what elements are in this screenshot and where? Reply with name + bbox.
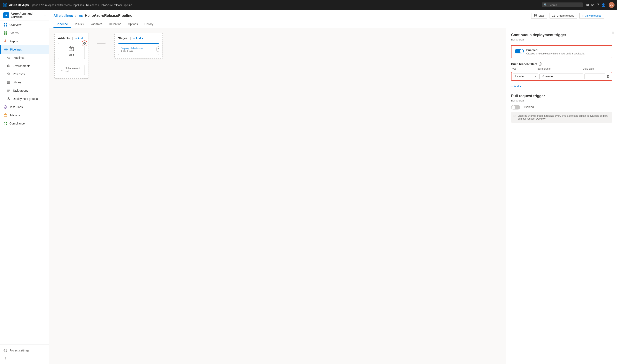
stages-add-chevron-icon: ▾ [142,37,143,40]
sidebar-item-boards[interactable]: Boards [0,29,49,37]
artifacts-label: Artifacts [10,114,20,117]
info-circle-icon: ⓘ [514,114,516,118]
breadcrumb-pipeline-name[interactable]: HelloAzureReleasePipeline [100,3,132,7]
delete-filter-button[interactable]: 🗑 [607,75,610,78]
branch-column-header: Build branch [537,67,581,71]
search-box[interactable]: 🔍 [542,2,583,7]
connector-line [97,43,105,44]
compliance-icon [3,121,7,126]
sidebar-org: A Azure Apps and Services + [0,10,49,21]
pr-trigger-toggle[interactable] [511,105,520,109]
info-icon[interactable]: i [539,63,542,66]
sidebar-item-testplans[interactable]: Test Plans [0,103,49,111]
page-header: All pipelines › HelloAzureReleasePipelin… [49,10,617,28]
pr-info-box: ⓘ Enabling this will create a release ev… [511,112,612,123]
sidebar-item-compliance[interactable]: Compliance [0,119,49,128]
sidebar-item-library[interactable]: Library [0,78,49,87]
pipeline-content: Artifacts | + Add [54,33,501,79]
testplans-label: Test Plans [10,105,23,109]
artifacts-icon [3,113,7,117]
breadcrumb-jasca[interactable]: jasca [32,3,38,7]
type-chevron-icon: ▾ [535,75,536,78]
tags-input[interactable] [585,74,605,79]
tab-options[interactable]: Options [125,21,141,28]
tasks-chevron-icon: ▾ [82,22,84,26]
svg-rect-0 [4,23,5,25]
tab-history[interactable]: History [141,21,157,28]
enabled-desc: Creates a release every time a new build… [526,52,585,55]
create-release-button[interactable]: ⎇ Create release [549,13,577,19]
sidebar-item-project-settings[interactable]: Project settings [0,346,49,354]
sidebar-item-deployment-groups[interactable]: Deployment groups [0,95,49,103]
sidebar-item-taskgroups[interactable]: Task groups [0,87,49,95]
continuous-deployment-trigger-button[interactable] [82,40,87,46]
branch-value-input[interactable] [545,75,581,78]
sidebar-item-pipelines-sub[interactable]: Pipelines [0,54,49,62]
pipeline-icon [79,14,83,18]
help-icon[interactable]: ? [597,3,599,7]
sidebar-item-pipelines[interactable]: Pipelines [0,45,49,54]
schedule-card[interactable]: Schedule not set [58,65,85,75]
tab-variables[interactable]: Variables [87,21,106,28]
more-options-button[interactable]: ··· [606,13,613,19]
all-pipelines-link[interactable]: All pipelines [54,14,73,18]
continuous-deployment-panel: ✕ Continuous deployment trigger Build: d… [506,28,617,364]
breadcrumb-pipelines[interactable]: Pipelines [73,3,84,7]
releases-label: Releases [13,73,25,76]
sidebar-item-overview[interactable]: Overview [0,21,49,29]
add-artifact-button[interactable]: + Add [75,37,83,40]
brand-logo[interactable]: Azure DevOps [2,2,29,7]
sidebar-nav: Overview Boards Repos Pipelines [0,21,49,344]
branch-filter-col: ⎇ [539,74,583,79]
tab-pipeline[interactable]: Pipeline [54,21,71,28]
sidebar-item-environments[interactable]: Environments [0,62,49,70]
breadcrumb-releases[interactable]: Releases [86,3,97,7]
svg-point-14 [5,350,6,351]
pipelines-main-label: Pipelines [10,48,22,51]
search-input[interactable] [548,3,581,7]
taskgroups-label: Task groups [13,89,28,92]
settings-icon [3,348,7,352]
environments-label: Environments [13,64,30,68]
sidebar: A Azure Apps and Services + Overview Boa… [0,10,49,364]
svg-rect-6 [7,81,8,84]
stage-card-body: Deploy HelloAzure... 1 job, 1 task [118,44,159,55]
content-area: All pipelines › HelloAzureReleasePipelin… [49,10,617,364]
pr-toggle-knob [511,105,515,109]
repos-label: Repos [10,40,18,43]
view-releases-button[interactable]: ≡ View releases [579,13,604,19]
collapse-button[interactable]: 《 [0,354,49,362]
main-layout: A Azure Apps and Services + Overview Boa… [0,10,617,364]
sidebar-item-repos[interactable]: Repos [0,37,49,45]
sidebar-footer: Project settings 《 [0,344,49,364]
stages-section: Stages | + Add ▾ Deploy HelloAzure. [114,33,163,59]
add-filter-button[interactable]: + Add ▾ [511,83,612,89]
stage-card-title[interactable]: Deploy HelloAzure... [121,47,156,50]
add-stage-button[interactable]: + Add ▾ [133,37,143,40]
add-project-button[interactable]: + [44,13,46,17]
tab-tasks[interactable]: Tasks ▾ [71,21,87,28]
save-button[interactable]: 💾 Save [531,13,547,19]
bag-icon[interactable]: 🛍 [591,3,595,7]
svg-rect-3 [6,25,7,26]
enabled-toggle[interactable] [515,49,524,53]
sidebar-item-artifacts[interactable]: Artifacts [0,111,49,119]
library-icon [7,80,11,84]
grid-icon[interactable]: ⊞ [586,3,589,7]
sidebar-item-releases[interactable]: Releases [0,70,49,78]
breadcrumb-org[interactable]: Azure Apps and Services [41,3,70,7]
type-select[interactable]: Include ▾ [513,74,538,79]
org-icon: A [3,12,9,18]
person-icon[interactable]: 👤 [601,3,605,7]
search-icon: 🔍 [544,3,547,7]
stages-header: Stages | + Add ▾ [118,37,159,40]
list-icon: ≡ [582,14,584,17]
top-nav-right: 🔍 ⊞ 🛍 ? 👤 JC [542,2,615,8]
artifact-label: drop [61,53,82,56]
top-navigation: Azure DevOps jasca / Azure Apps and Serv… [0,0,617,10]
tab-retention[interactable]: Retention [106,21,125,28]
panel-close-button[interactable]: ✕ [611,30,615,35]
enabled-toggle-section: Enabled Creates a release every time a n… [511,45,612,58]
user-avatar[interactable]: JC [609,2,615,8]
page-title-row: All pipelines › HelloAzureReleasePipelin… [54,13,613,19]
